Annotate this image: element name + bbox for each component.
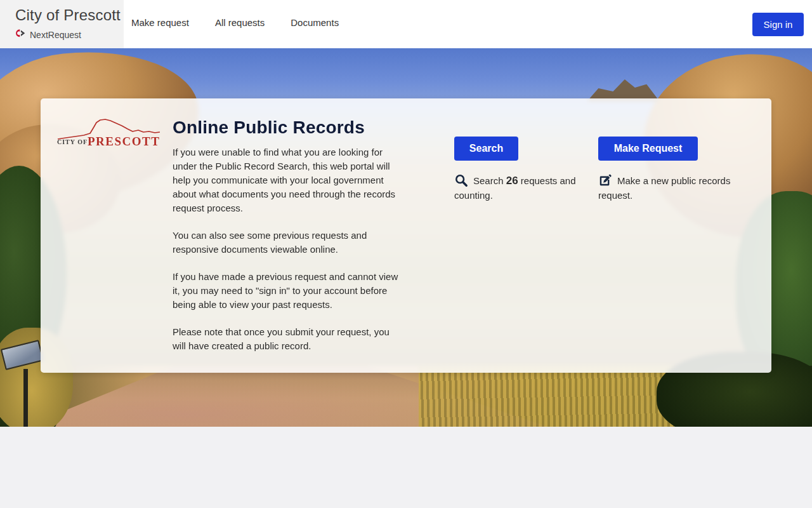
nextrequest-brand-label: NextRequest xyxy=(30,30,81,40)
agency-brand-box[interactable]: City of Prescott NextRequest xyxy=(0,0,124,48)
edit-icon xyxy=(598,173,612,187)
page-footer: Help Privacy Terms City of Prescott Webs… xyxy=(0,427,812,508)
logo-prescott-text: PRESCOTT xyxy=(88,135,160,147)
nav-make-request[interactable]: Make request xyxy=(131,17,189,28)
city-of-prescott-logo: CITY OF PRESCOTT xyxy=(56,114,162,150)
search-action-column: Search Search 26 requests and counting. xyxy=(454,137,581,203)
intro-paragraph-2: You can also see some previous requests … xyxy=(173,229,398,257)
make-request-action-column: Make Request Make a new public records r… xyxy=(598,137,744,203)
search-description: Search 26 requests and counting. xyxy=(454,173,581,203)
page-title: Online Public Records xyxy=(173,117,365,138)
make-request-desc-text: Make a new public records request. xyxy=(598,175,730,201)
search-button[interactable]: Search xyxy=(454,137,518,161)
intro-paragraph-3: If you have made a previous request and … xyxy=(173,270,398,312)
top-navbar: City of Prescott NextRequest Make reques… xyxy=(0,0,812,48)
nav-all-requests[interactable]: All requests xyxy=(215,17,265,28)
make-request-button[interactable]: Make Request xyxy=(598,137,698,161)
agency-name: City of Prescott xyxy=(15,6,124,24)
search-desc-prefix: Search xyxy=(473,175,506,186)
request-count: 26 xyxy=(506,175,518,187)
intro-text: If you were unable to find what you are … xyxy=(173,145,398,366)
civicplus-cp-icon xyxy=(15,29,26,41)
sign-in-button[interactable]: Sign in xyxy=(752,13,804,36)
nav-documents[interactable]: Documents xyxy=(291,17,339,28)
intro-paragraph-4: Please note that once you submit your re… xyxy=(173,325,398,353)
trail-sign-post xyxy=(23,369,28,427)
search-icon xyxy=(454,173,468,187)
logo-city-of-text: CITY OF xyxy=(57,138,88,145)
make-request-description: Make a new public records request. xyxy=(598,173,744,203)
main-nav: Make request All requests Documents xyxy=(131,0,339,48)
public-records-card: CITY OF PRESCOTT Online Public Records I… xyxy=(41,98,771,373)
intro-paragraph-1: If you were unable to find what you are … xyxy=(173,145,398,215)
